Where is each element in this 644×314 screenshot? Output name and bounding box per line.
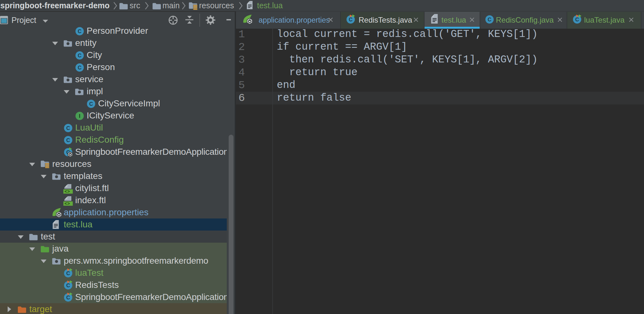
svg-text:C: C	[66, 282, 70, 288]
svg-text:C: C	[78, 65, 82, 70]
svg-text:C: C	[89, 101, 93, 107]
svg-text:<>: <>	[65, 201, 70, 206]
svg-text:C: C	[66, 270, 70, 276]
svg-text:C: C	[66, 125, 70, 131]
svg-text:C: C	[78, 28, 82, 34]
svg-text:C: C	[66, 137, 70, 143]
svg-text:C: C	[66, 295, 70, 300]
svg-text:C: C	[78, 53, 82, 58]
svg-text:C: C	[349, 17, 353, 22]
svg-text:C: C	[488, 17, 491, 22]
svg-text:I: I	[79, 113, 81, 119]
svg-text:C: C	[575, 17, 579, 22]
svg-text:<>: <>	[65, 189, 70, 194]
